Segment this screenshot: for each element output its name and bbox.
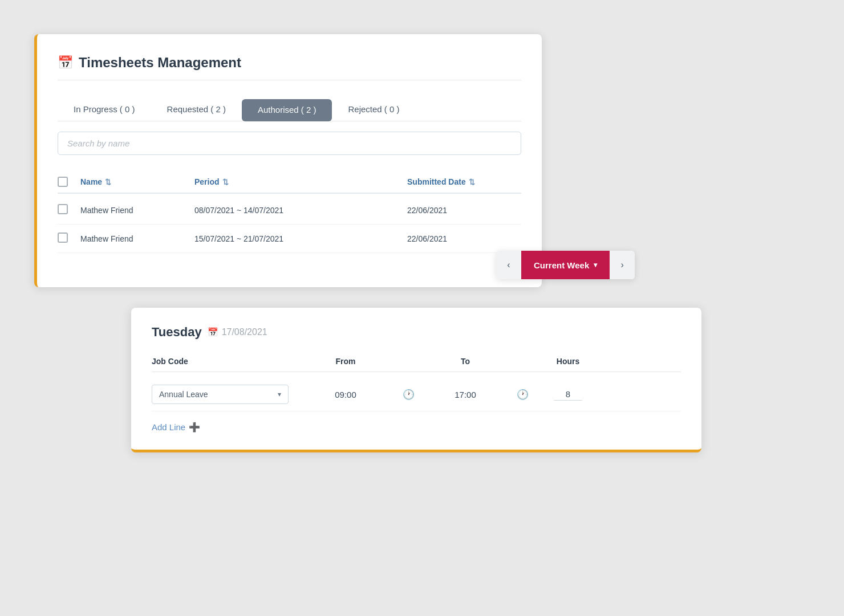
col-period: Period ⇅ xyxy=(194,177,407,186)
hours-cell: 8 xyxy=(539,388,597,401)
row2-checkbox xyxy=(58,232,80,244)
table-row: Mathew Friend 08/07/2021 ~ 14/07/2021 22… xyxy=(58,196,521,225)
hours-value: 8 xyxy=(554,388,582,401)
prev-week-button[interactable]: ‹ xyxy=(496,251,521,279)
row1-period: 08/07/2021 ~ 14/07/2021 xyxy=(194,206,407,215)
th-job-code: Job Code xyxy=(152,357,300,366)
week-dropdown-arrow: ▾ xyxy=(594,261,597,269)
from-time-text: 09:00 xyxy=(335,390,356,399)
row1-name: Mathew Friend xyxy=(80,206,194,215)
col-checkbox xyxy=(58,177,80,187)
add-line-button[interactable]: Add Line ➕ xyxy=(152,422,200,433)
submitted-sort-icon[interactable]: ⇅ xyxy=(469,178,475,186)
row2-select[interactable] xyxy=(58,232,68,243)
job-code-select[interactable]: Annual Leave ▾ xyxy=(152,385,289,404)
add-line-icon: ➕ xyxy=(189,422,200,433)
to-time-text: 17:00 xyxy=(455,390,476,399)
select-all-checkbox[interactable] xyxy=(58,177,68,187)
row2-submitted: 22/06/2021 xyxy=(407,234,521,243)
to-time-icon-cell: 🕐 xyxy=(505,389,539,401)
row1-checkbox xyxy=(58,204,80,216)
tab-rejected[interactable]: Rejected ( 0 ) xyxy=(332,99,415,121)
day-header: Tuesday 📅 17/08/2021 xyxy=(152,325,681,340)
from-time-icon-cell: 🕐 xyxy=(391,389,425,401)
col-submitted: Submitted Date ⇅ xyxy=(407,177,521,186)
calendar-icon: 📅 xyxy=(58,55,73,70)
page-title: Timesheets Management xyxy=(79,55,241,71)
th-to: To xyxy=(425,357,505,366)
to-time-value: 17:00 xyxy=(425,390,505,399)
time-table-header: Job Code From To Hours xyxy=(152,352,681,372)
job-code-value: Annual Leave xyxy=(159,390,208,399)
th-hours: Hours xyxy=(539,357,597,366)
table-container: Name ⇅ Period ⇅ Submitted Date ⇅ Mathew … xyxy=(58,171,521,253)
day-card: Tuesday 📅 17/08/2021 Job Code From To Ho… xyxy=(131,308,701,452)
current-week-label: Current Week xyxy=(534,260,589,270)
tab-requested[interactable]: Requested ( 2 ) xyxy=(151,99,242,121)
col-name: Name ⇅ xyxy=(80,177,194,186)
row2-name: Mathew Friend xyxy=(80,234,194,243)
th-from-spacer xyxy=(391,357,425,366)
main-card: 📅 Timesheets Management In Progress ( 0 … xyxy=(34,34,542,287)
row1-submitted: 22/06/2021 xyxy=(407,206,521,215)
next-week-button[interactable]: › xyxy=(610,251,635,279)
row1-select[interactable] xyxy=(58,204,68,214)
tab-in-progress[interactable]: In Progress ( 0 ) xyxy=(58,99,151,121)
day-date: 📅 17/08/2021 xyxy=(208,327,267,337)
name-sort-icon[interactable]: ⇅ xyxy=(105,178,111,186)
table-header-row: Name ⇅ Period ⇅ Submitted Date ⇅ xyxy=(58,171,521,194)
search-row xyxy=(58,132,521,155)
week-nav-card: ‹ Current Week ▾ › xyxy=(496,251,635,279)
th-to-spacer xyxy=(505,357,539,366)
th-from: From xyxy=(300,357,391,366)
add-line-label: Add Line xyxy=(152,422,185,432)
job-code-dropdown-icon: ▾ xyxy=(278,390,281,398)
page-title-row: 📅 Timesheets Management xyxy=(58,55,521,80)
table-row: Mathew Friend 15/07/2021 ~ 21/07/2021 22… xyxy=(58,225,521,253)
day-name: Tuesday xyxy=(152,325,202,340)
tab-authorised[interactable]: Authorised ( 2 ) xyxy=(242,99,332,121)
to-clock-icon[interactable]: 🕐 xyxy=(517,389,529,401)
from-time-value: 09:00 xyxy=(300,390,391,399)
day-date-value: 17/08/2021 xyxy=(222,327,267,337)
day-date-icon: 📅 xyxy=(208,327,218,337)
tabs-row: In Progress ( 0 ) Requested ( 2 ) Author… xyxy=(58,99,521,121)
time-entry-row: Annual Leave ▾ 09:00 🕐 17:00 🕐 8 xyxy=(152,378,681,411)
add-line-row: Add Line ➕ xyxy=(152,422,681,433)
period-sort-icon[interactable]: ⇅ xyxy=(222,178,229,186)
search-input[interactable] xyxy=(58,132,521,155)
current-week-button[interactable]: Current Week ▾ xyxy=(521,251,610,279)
row2-period: 15/07/2021 ~ 21/07/2021 xyxy=(194,234,407,243)
from-clock-icon[interactable]: 🕐 xyxy=(403,389,415,401)
